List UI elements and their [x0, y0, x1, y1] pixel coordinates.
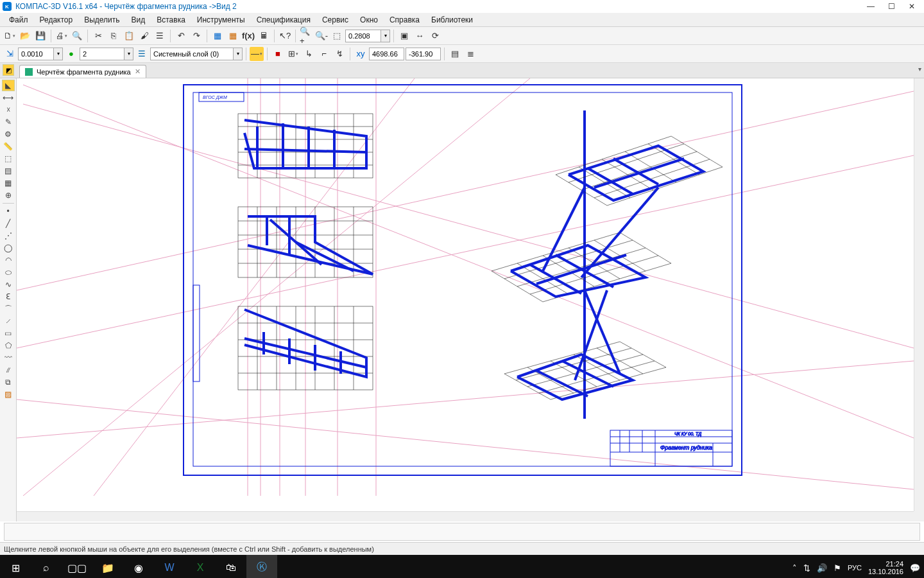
menu-window[interactable]: Окно: [355, 14, 383, 26]
close-button[interactable]: ✕: [907, 2, 916, 11]
point-tool[interactable]: •: [2, 206, 15, 217]
open-button[interactable]: 📂: [18, 29, 32, 43]
step-dropdown-icon[interactable]: ▾: [54, 48, 63, 60]
contour-tool[interactable]: 〰: [2, 352, 15, 363]
insert-panel-button[interactable]: ⊕: [2, 189, 15, 201]
store-button[interactable]: 🛍: [216, 555, 246, 578]
zoom-out-button[interactable]: 🔍-: [314, 29, 329, 43]
tabs-overflow-icon[interactable]: ▾: [918, 66, 921, 73]
pan-button[interactable]: ↔: [413, 29, 427, 43]
bezier-tool[interactable]: Ɛ: [2, 291, 15, 302]
rect-tool[interactable]: ▭: [2, 328, 15, 339]
coord-x-field[interactable]: [369, 48, 404, 60]
volume-icon[interactable]: 🔊: [817, 563, 827, 573]
start-button[interactable]: ⊞: [0, 555, 31, 578]
print-button[interactable]: 🖨: [55, 29, 69, 43]
menu-help[interactable]: Справка: [384, 14, 425, 26]
aux-line-tool[interactable]: ⋰: [2, 230, 15, 241]
explorer-button[interactable]: 📁: [92, 555, 123, 578]
refresh-button[interactable]: ⟳: [428, 29, 442, 43]
linestyle-button[interactable]: —: [250, 47, 264, 61]
help-cursor-button[interactable]: ↖?: [278, 29, 292, 43]
layer-dropdown-icon[interactable]: ▾: [234, 48, 243, 60]
cut-button[interactable]: ✂: [91, 29, 105, 43]
search-button[interactable]: ⌕: [31, 555, 62, 578]
copy-button[interactable]: ⎘: [107, 29, 121, 43]
task-view-button[interactable]: ▢▢: [62, 555, 92, 578]
hatch-tool[interactable]: ▨: [2, 389, 15, 400]
fillet-tool[interactable]: ⌒: [2, 303, 15, 315]
equidistant-tool[interactable]: ⫽: [2, 364, 15, 376]
drawing-canvas[interactable]: ВГОС ДЖМ: [17, 78, 924, 521]
circle-tool[interactable]: ◯: [2, 242, 15, 254]
tab-close-icon[interactable]: ✕: [135, 67, 141, 76]
vertical-scrollbar[interactable]: [914, 78, 924, 511]
toggle-tree-button[interactable]: ≣: [463, 47, 477, 61]
paste-button[interactable]: 📋: [122, 29, 136, 43]
symbols-panel-button[interactable]: ☓: [2, 104, 15, 116]
step-combo[interactable]: ▾: [18, 48, 63, 60]
step-button[interactable]: ⇲: [3, 47, 17, 61]
zoom-in-button[interactable]: 🔍+: [299, 29, 313, 43]
property-panel[interactable]: [4, 523, 920, 541]
zoom-dropdown-icon[interactable]: ▾: [381, 30, 390, 42]
params-panel-button[interactable]: ⚙: [2, 128, 15, 140]
zoom-window-button[interactable]: ⬚: [330, 29, 344, 43]
view-combo[interactable]: ▾: [80, 48, 133, 60]
local-cs-button[interactable]: ↯: [332, 47, 346, 61]
dimensions-panel-button[interactable]: ⟷: [2, 92, 15, 103]
reports-panel-button[interactable]: ▦: [2, 177, 15, 189]
collect-tool[interactable]: ⧉: [2, 376, 15, 388]
flag-icon[interactable]: ⚑: [834, 563, 841, 573]
format-painter-button[interactable]: 🖌: [137, 29, 151, 43]
menu-select[interactable]: Выделить: [79, 14, 124, 26]
grid-button[interactable]: ⊞: [286, 47, 300, 61]
menu-file[interactable]: Файл: [4, 14, 33, 26]
edit-panel-button[interactable]: ✎: [2, 116, 15, 128]
menu-service[interactable]: Сервис: [317, 14, 354, 26]
menu-spec[interactable]: Спецификация: [252, 14, 316, 26]
save-button[interactable]: 💾: [33, 29, 47, 43]
compact-panel-button[interactable]: ◩: [3, 64, 14, 76]
ellipse-tool[interactable]: ⬭: [2, 267, 15, 278]
clock[interactable]: 21:24 13.10.2016: [868, 560, 903, 575]
tray-chevron-icon[interactable]: ˄: [792, 563, 797, 573]
step-input[interactable]: [18, 48, 54, 60]
fit-button[interactable]: ▣: [397, 29, 411, 43]
layer-mgr-button[interactable]: ☰: [135, 47, 149, 61]
minimize-button[interactable]: ―: [866, 2, 875, 11]
layer-combo[interactable]: ▾: [150, 48, 243, 60]
arc-tool[interactable]: ◠: [2, 254, 15, 266]
spec-panel-button[interactable]: ▤: [2, 165, 15, 177]
zoom-input[interactable]: [345, 30, 381, 42]
network-icon[interactable]: ⇅: [803, 563, 810, 573]
undo-button[interactable]: ↶: [174, 29, 188, 43]
fx-button[interactable]: f(x): [241, 29, 255, 43]
language-indicator[interactable]: РУС: [848, 564, 862, 572]
properties-button[interactable]: ☰: [153, 29, 167, 43]
toggle-panel-button[interactable]: ▤: [448, 47, 462, 61]
maximize-button[interactable]: ☐: [887, 2, 896, 11]
excel-button[interactable]: X: [185, 555, 216, 578]
layer-input[interactable]: [150, 48, 234, 60]
horizontal-scrollbar[interactable]: [17, 511, 914, 521]
view-input[interactable]: [80, 48, 124, 60]
document-tab[interactable]: Черчтёж фрагмента рудника ✕: [19, 65, 146, 78]
menu-view[interactable]: Вид: [126, 14, 151, 26]
print-preview-button[interactable]: 🔍: [70, 29, 84, 43]
geometry-panel-button[interactable]: ◣: [2, 80, 15, 91]
polygon-tool[interactable]: ⬠: [2, 340, 15, 351]
stop-button[interactable]: ■: [271, 47, 285, 61]
chamfer-tool[interactable]: ⟋: [2, 315, 15, 327]
ortho-button[interactable]: ↳: [302, 47, 316, 61]
kompas-button[interactable]: Ⓚ: [246, 555, 277, 578]
word-button[interactable]: W: [154, 555, 185, 578]
variables-button[interactable]: ▦: [226, 29, 240, 43]
notifications-icon[interactable]: 💬: [910, 563, 920, 573]
spline-tool[interactable]: ∿: [2, 279, 15, 290]
round-button[interactable]: ⌐: [317, 47, 331, 61]
chrome-button[interactable]: ◉: [123, 555, 154, 578]
select-panel-button[interactable]: ⬚: [2, 153, 15, 164]
line-tool[interactable]: ╱: [2, 218, 15, 229]
menu-insert[interactable]: Вставка: [151, 14, 191, 26]
